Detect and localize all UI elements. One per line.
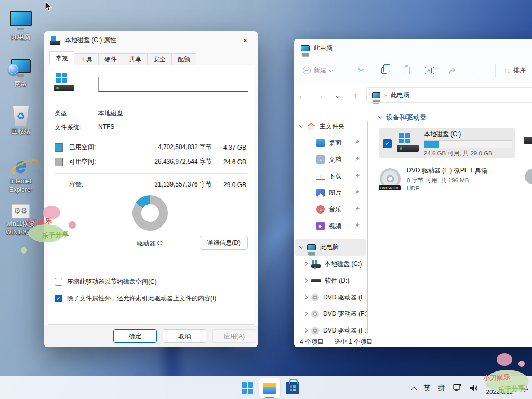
- free-space-swatch: [55, 158, 63, 166]
- breadcrumb[interactable]: › 此电脑: [366, 87, 532, 103]
- checkbox-checked[interactable]: ✓: [55, 295, 62, 302]
- cut-button[interactable]: ✂: [350, 61, 373, 80]
- sidebar-item-this-pc[interactable]: 此电脑: [295, 239, 366, 256]
- close-button[interactable]: ×: [238, 33, 252, 47]
- sidebar-item-documents[interactable]: ≡ 文档: [294, 151, 369, 168]
- copy-button[interactable]: [373, 61, 395, 80]
- tab-general[interactable]: 常规: [49, 51, 74, 65]
- index-checkbox-row[interactable]: ✓ 除了文件属性外，还允许索引此驱动器上文件的内容(I): [55, 294, 216, 303]
- drive-item-dvd-e[interactable]: DVD-ROM DVD 驱动器 (E:) 微PE工具箱 0 字节 可用, 共 1…: [379, 163, 515, 195]
- desktop-icon-label: 网络: [2, 79, 40, 88]
- notification-bell-icon[interactable]: z: [521, 384, 529, 392]
- sidebar-item-dvd-f[interactable]: DVD 驱动器 (F:): [294, 305, 369, 322]
- music-icon: ♪: [316, 205, 325, 214]
- desktop-icon-win11-restore[interactable]: ⚙⚙ win11恢复WIN10经...: [2, 202, 40, 236]
- drive-name: DVD 驱动器 (E:) 微PE工具箱: [407, 166, 487, 175]
- explorer-content: 设备和驱动器 ✓ 本地磁盘 (C:) 24.6 GB 可用, 共 29.0 GB…: [371, 107, 532, 337]
- compress-checkbox-row[interactable]: 压缩此驱动器以节约磁盘空间(C): [55, 277, 157, 286]
- delete-button[interactable]: [464, 61, 487, 80]
- tray-overflow-chevron-icon[interactable]: [411, 387, 417, 392]
- sidebar-item-pictures[interactable]: 图片: [294, 184, 369, 201]
- sort-button[interactable]: ↑↓ 排序: [504, 66, 526, 75]
- desktop-icon-recycle-bin[interactable]: ♻ 回收站: [2, 103, 40, 136]
- network-icon[interactable]: [453, 384, 462, 392]
- ok-button[interactable]: 确定: [113, 329, 157, 343]
- sidebar-item-videos[interactable]: ▶ 视频: [294, 218, 369, 234]
- drive-item-c[interactable]: ✓ 本地磁盘 (C:) 24.6 GB 可用, 共 29.0 GB: [379, 128, 515, 158]
- pictures-icon: [316, 189, 325, 197]
- up-button[interactable]: ↑: [347, 91, 364, 100]
- tab-security[interactable]: 安全: [148, 53, 172, 65]
- breadcrumb-item-this-pc[interactable]: 此电脑: [391, 91, 409, 100]
- volume-label-input[interactable]: [98, 77, 248, 92]
- properties-dialog: 本地磁盘 (C:) 属性 × 常规 工具 硬件 共享 安全 配额 类型: 本地磁…: [44, 31, 258, 347]
- chevron-down-icon: [329, 68, 333, 72]
- rename-icon: A: [425, 66, 434, 74]
- videos-icon: ▶: [316, 222, 325, 230]
- document-icon: ≡: [316, 155, 325, 164]
- tab-hardware[interactable]: 硬件: [99, 53, 123, 65]
- home-icon: [307, 123, 315, 130]
- sidebar-item-drive-c[interactable]: 本地磁盘 (C:): [294, 256, 369, 272]
- dialog-tabs: 常规 工具 硬件 共享 安全 配额: [49, 51, 196, 65]
- forward-button[interactable]: →: [311, 91, 329, 100]
- checkbox-unchecked[interactable]: [55, 278, 62, 286]
- filesystem-row: 文件系统: NTFS: [55, 123, 247, 132]
- ime-mode-indicator[interactable]: 拼: [438, 383, 445, 393]
- file-explorer-window: 此电脑 + 新建 ✂ A ↑↓ 排序 ← → ↑ › 此电脑: [294, 39, 532, 347]
- ime-language-indicator[interactable]: 英: [424, 383, 431, 393]
- paste-button[interactable]: [395, 61, 418, 80]
- sidebar-item-home[interactable]: 主文件夹: [294, 118, 369, 135]
- dvd-rom-icon: DVD-ROM: [379, 167, 403, 190]
- item-count: 4 个项目: [300, 338, 324, 347]
- dialog-footer: 确定 取消 应用(A): [44, 325, 258, 347]
- gears-icon: ⚙⚙: [2, 202, 40, 218]
- sidebar-item-dvd-e[interactable]: DVD 驱动器 (E:): [294, 289, 369, 305]
- dialog-title: 本地磁盘 (C:) 属性: [65, 36, 116, 45]
- desktop-icon-internet-explorer[interactable]: e Internet Explorer: [2, 149, 40, 194]
- local-disk-icon: [52, 73, 76, 94]
- details-button[interactable]: 详细信息(D): [200, 236, 248, 250]
- windows-logo-icon: [242, 382, 253, 394]
- drive-details: 24.6 GB 可用, 共 29.0 GB: [424, 150, 512, 157]
- tab-tools[interactable]: 工具: [74, 53, 99, 65]
- back-button[interactable]: ←: [294, 91, 311, 100]
- capacity-bar: [424, 140, 512, 148]
- desktop-icon-this-pc[interactable]: 此电脑: [2, 8, 40, 41]
- sidebar-item-drive-d[interactable]: 软件 (D:): [294, 272, 369, 289]
- this-pc-icon: [307, 244, 316, 250]
- desktop-icon-label: 回收站: [2, 127, 40, 136]
- cancel-button[interactable]: 取消: [163, 329, 206, 343]
- taskbar-file-explorer-button[interactable]: [259, 378, 280, 398]
- explorer-titlebar[interactable]: 此电脑: [294, 39, 532, 57]
- local-disk-icon: [50, 36, 60, 45]
- new-button[interactable]: + 新建: [303, 66, 332, 75]
- selection-count: 选中 1 个项目: [335, 338, 373, 347]
- plus-icon: +: [303, 66, 311, 74]
- sidebar-item-downloads[interactable]: ↓ 下载: [294, 168, 369, 184]
- explorer-addressbar: ← → ↑ › 此电脑: [294, 84, 532, 107]
- free-space-row: 可用空间: 26,436,972,544 字节 24.6 GB: [55, 157, 246, 166]
- recent-locations-button[interactable]: [329, 91, 347, 100]
- dvd-icon: [311, 327, 319, 335]
- recycle-bin-icon: ♻: [2, 103, 40, 126]
- tab-quota[interactable]: 配额: [172, 53, 196, 65]
- volume-icon[interactable]: [470, 384, 478, 392]
- apply-button[interactable]: 应用(A): [212, 329, 256, 343]
- selected-checkbox[interactable]: ✓: [383, 139, 392, 148]
- sidebar-scrollbar[interactable]: [367, 121, 368, 332]
- explorer-statusbar: 4 个项目 选中 1 个项目: [294, 337, 532, 347]
- group-header-devices-and-drives[interactable]: 设备和驱动器: [379, 113, 427, 122]
- sidebar-item-music[interactable]: ♪ 音乐: [294, 201, 369, 218]
- start-button[interactable]: [237, 378, 258, 398]
- share-button[interactable]: [441, 61, 464, 80]
- chevron-down-icon: [378, 114, 382, 118]
- rename-button[interactable]: A: [418, 61, 441, 80]
- sidebar-item-desktop[interactable]: 桌面: [294, 135, 369, 151]
- taskbar-store-button[interactable]: [282, 378, 303, 398]
- this-pc-icon: [301, 45, 310, 51]
- tab-sharing[interactable]: 共享: [123, 53, 148, 65]
- dialog-titlebar[interactable]: 本地磁盘 (C:) 属性 ×: [44, 31, 258, 49]
- desktop-icon-network[interactable]: 网络: [2, 55, 40, 88]
- clock[interactable]: 14:55 2022/8/12: [486, 380, 513, 396]
